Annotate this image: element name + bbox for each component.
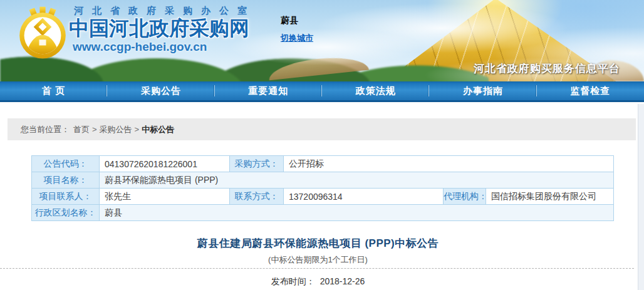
announcement-code-label: 公告代码： — [32, 156, 100, 172]
project-contact-label: 项目联系人： — [32, 189, 100, 205]
site-url: www.ccgp-hebei.gov.cn — [73, 40, 207, 54]
site-logo-icon[interactable] — [14, 5, 71, 63]
breadcrumb-separator: > — [135, 125, 140, 134]
project-name-label: 项目名称： — [32, 172, 100, 189]
dashed-divider — [0, 268, 634, 269]
agency-value: 国信招标集团股份有限公司 — [486, 189, 614, 205]
publish-time: 发布时间：2018-12-26 — [0, 276, 636, 287]
table-row: 项目名称： 蔚县环保能源热电项目 (PPP) — [32, 172, 614, 189]
breadcrumb: 您当前位置： 首页 > 采购公告 > 中标公告 — [8, 118, 636, 140]
site-header-banner: 河北省政府采购办公室 中国河北政府采购网 www.ccgp-hebei.gov.… — [0, 0, 644, 81]
switch-city-link[interactable]: 切换城市 — [281, 33, 313, 44]
project-contact-value: 张先生 — [100, 189, 230, 205]
platform-slogan: 河北省政府购买服务信息平台 — [474, 61, 620, 76]
breadcrumb-separator: > — [92, 125, 97, 134]
announcement-title: 蔚县住建局蔚县环保能源热电项目 (PPP)中标公告 — [0, 236, 636, 251]
nav-item-policies[interactable]: 政策法规 — [322, 81, 429, 100]
project-name-value: 蔚县环保能源热电项目 (PPP) — [100, 172, 614, 189]
table-row: 公告代码： 0413072620181226001 采购方式： 公开招标 — [32, 156, 614, 172]
breadcrumb-home-link[interactable]: 首页 — [73, 124, 90, 135]
site-title: 中国河北政府采购网 — [69, 15, 249, 43]
table-row: 项目联系人： 张先生 联系方式： 13720096314 代理机构： 国信招标集… — [32, 189, 614, 205]
breadcrumb-prefix: 您当前位置： — [21, 124, 70, 135]
breadcrumb-section-link[interactable]: 采购公告 — [100, 124, 132, 135]
contact-phone-label: 联系方式： — [230, 189, 284, 205]
current-city-label: 蔚县 — [281, 15, 298, 26]
nav-item-service-guide[interactable]: 办事指南 — [429, 81, 536, 100]
publish-time-label: 发布时间： — [271, 276, 315, 286]
table-row: 行政区划名称： 蔚县 — [32, 205, 614, 221]
announcement-info-table: 公告代码： 0413072620181226001 采购方式： 公开招标 项目名… — [31, 155, 614, 221]
page: 河北省政府采购办公室 中国河北政府采购网 www.ccgp-hebei.gov.… — [0, 0, 644, 290]
publish-time-value: 2018-12-26 — [320, 276, 365, 286]
nav-item-procurement-announcements[interactable]: 采购公告 — [107, 81, 214, 100]
district-label: 行政区划名称： — [32, 205, 100, 221]
nav-item-home[interactable]: 首 页 — [0, 81, 107, 100]
nav-item-supervision[interactable]: 监督检查 — [537, 81, 644, 100]
announcement-subtitle: (中标公告期限为1个工作日) — [0, 254, 636, 266]
breadcrumb-current: 中标公告 — [142, 124, 174, 135]
procurement-method-label: 采购方式： — [230, 156, 284, 172]
main-nav: 首 页 采购公告 重要通知 政策法规 办事指南 监督检查 — [0, 81, 644, 102]
procurement-method-value: 公开招标 — [284, 156, 614, 172]
scrollbar[interactable] — [638, 104, 644, 290]
district-value: 蔚县 — [100, 205, 614, 221]
contact-phone-value: 13720096314 — [284, 189, 444, 205]
agency-label: 代理机构： — [444, 189, 486, 205]
nav-item-important-notices[interactable]: 重要通知 — [215, 81, 322, 100]
announcement-code-value: 0413072620181226001 — [100, 156, 230, 172]
